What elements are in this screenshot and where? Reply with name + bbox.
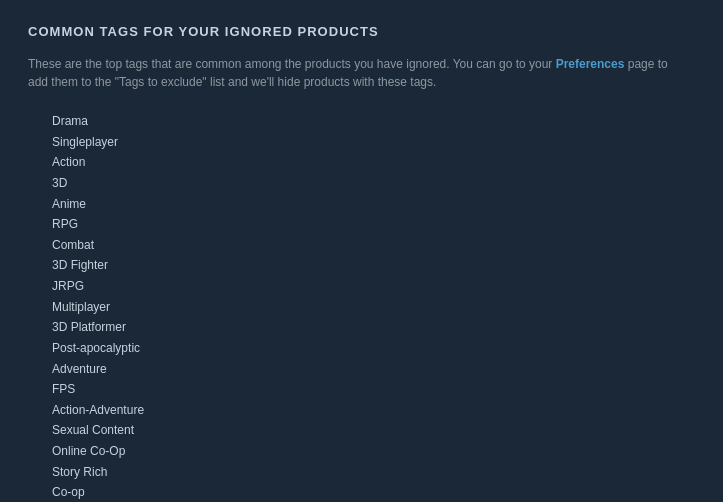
list-item: Singleplayer — [52, 132, 695, 153]
list-item: Action — [52, 152, 695, 173]
list-item: JRPG — [52, 276, 695, 297]
list-item: Multiplayer — [52, 297, 695, 318]
list-item: Sexual Content — [52, 420, 695, 441]
list-item: Combat — [52, 235, 695, 256]
list-item: Co-op — [52, 482, 695, 502]
list-item: Action-Adventure — [52, 400, 695, 421]
page-title: COMMON TAGS FOR YOUR IGNORED PRODUCTS — [28, 24, 695, 39]
list-item: Story Rich — [52, 462, 695, 483]
list-item: RPG — [52, 214, 695, 235]
list-item: 3D Platformer — [52, 317, 695, 338]
description-text-1: These are the top tags that are common a… — [28, 57, 556, 71]
description: These are the top tags that are common a… — [28, 55, 688, 91]
list-item: Adventure — [52, 359, 695, 380]
list-item: Online Co-Op — [52, 441, 695, 462]
list-item: FPS — [52, 379, 695, 400]
list-item: Anime — [52, 194, 695, 215]
preferences-link[interactable]: Preferences — [556, 57, 625, 71]
list-item: Post-apocalyptic — [52, 338, 695, 359]
list-item: 3D Fighter — [52, 255, 695, 276]
list-item: 3D — [52, 173, 695, 194]
list-item: Drama — [52, 111, 695, 132]
tags-list: DramaSingleplayerAction3DAnimeRPGCombat3… — [28, 111, 695, 502]
main-container: COMMON TAGS FOR YOUR IGNORED PRODUCTS Th… — [0, 0, 723, 502]
